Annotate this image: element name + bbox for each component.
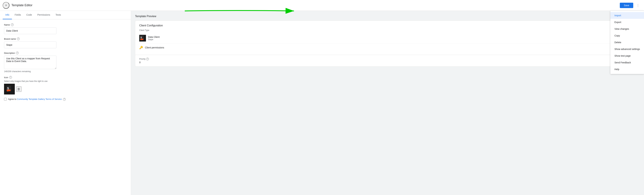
dropdown-show-test[interactable]: Show test page xyxy=(610,53,644,59)
brand-input[interactable] xyxy=(4,42,56,48)
tab-tests[interactable]: Tests xyxy=(53,11,64,19)
tab-info[interactable]: Info xyxy=(3,11,12,19)
more-options-button[interactable]: ⋮ xyxy=(634,2,641,9)
tos-link[interactable]: Community Template Gallery Terms of Serv… xyxy=(17,98,62,100)
client-icon: S xyxy=(139,35,146,42)
client-type-label: Client Type xyxy=(139,29,636,32)
icon-help-icon[interactable]: ? xyxy=(9,76,12,79)
topbar: × Template Editor Save ⋮ xyxy=(0,0,644,11)
tos-checkbox-row: Agree to Community Template Gallery Term… xyxy=(4,98,127,101)
tab-code[interactable]: Code xyxy=(24,11,34,19)
preview-card: Client Configuration Client Type S Dat xyxy=(135,21,640,67)
form-content: Name ? Brand name ? Description ? U xyxy=(0,19,131,195)
name-input[interactable] xyxy=(4,27,56,34)
topbar-right: Save ⋮ xyxy=(620,2,641,9)
icon-note: Select only images that you have the rig… xyxy=(4,80,127,82)
description-label: Description ? xyxy=(4,52,127,54)
priority-section: Priority ? 0 xyxy=(135,55,640,66)
dropdown-import[interactable]: Import xyxy=(610,12,644,19)
preview-card-header: Client Configuration Client Type S Dat xyxy=(135,21,640,55)
stape-logo-svg: S xyxy=(6,85,14,93)
app-title: Template Editor xyxy=(12,4,32,7)
delete-icon-button[interactable]: 🗑 xyxy=(16,86,22,92)
permissions-label: Client permissions xyxy=(145,46,164,49)
client-icon-svg: S xyxy=(139,35,146,42)
main-layout: Info Fields Code Permissions Tests Name … xyxy=(0,11,644,195)
tos-checkbox[interactable] xyxy=(4,98,7,101)
dropdown-help[interactable]: Help xyxy=(610,66,644,73)
close-icon: × xyxy=(5,3,7,7)
tabs-bar: Info Fields Code Permissions Tests xyxy=(0,11,131,19)
more-icon: ⋮ xyxy=(636,3,640,8)
description-textarea[interactable]: Use this Client as a mapper from Request… xyxy=(4,56,56,69)
description-help-icon[interactable]: ? xyxy=(16,52,19,54)
tos-label: Agree to Community Template Gallery Term… xyxy=(8,98,66,101)
name-label: Name ? xyxy=(4,23,127,26)
name-help-icon[interactable]: ? xyxy=(11,23,14,26)
icon-label: Icon ? xyxy=(4,76,127,79)
dropdown-send-feedback[interactable]: Send Feedback xyxy=(610,59,644,66)
icon-preview: S 🗑 xyxy=(4,84,127,94)
key-icon: 🔑 xyxy=(139,46,143,49)
icon-image: S xyxy=(4,84,15,94)
close-button[interactable]: × xyxy=(3,2,10,9)
client-item-name: Data Client xyxy=(148,36,160,38)
card-title: Client Configuration xyxy=(139,24,636,27)
topbar-left: × Template Editor xyxy=(3,2,620,9)
permissions-item: 🔑 Client permissions xyxy=(139,44,636,51)
name-group: Name ? xyxy=(4,23,127,34)
tos-help-icon[interactable]: ? xyxy=(63,98,66,101)
left-panel: Info Fields Code Permissions Tests Name … xyxy=(0,11,131,195)
trash-icon: 🗑 xyxy=(17,87,20,91)
priority-help-icon[interactable]: ? xyxy=(146,58,149,60)
preview-title: Template Preview xyxy=(135,15,640,18)
dropdown-view-changes[interactable]: View changes xyxy=(610,26,644,32)
dropdown-delete[interactable]: Delete xyxy=(610,39,644,46)
client-item-brand: Stape xyxy=(148,38,160,41)
right-panel: Template Preview Client Configuration Cl… xyxy=(131,11,644,195)
brand-help-icon[interactable]: ? xyxy=(17,38,20,40)
priority-value: 0 xyxy=(139,61,636,64)
priority-label: Priority ? xyxy=(139,58,636,60)
dropdown-menu: Import Export View changes Copy Delete S… xyxy=(610,11,644,74)
svg-text:S: S xyxy=(7,87,9,90)
description-group: Description ? Use this Client as a mappe… xyxy=(4,52,127,73)
client-info: Data Client Stape xyxy=(148,36,160,41)
tab-permissions[interactable]: Permissions xyxy=(34,11,53,19)
brand-group: Brand name ? xyxy=(4,38,127,48)
client-item: S Data Client Stape xyxy=(139,33,636,44)
svg-text:S: S xyxy=(140,36,142,39)
dropdown-copy[interactable]: Copy xyxy=(610,32,644,39)
tab-fields[interactable]: Fields xyxy=(12,11,24,19)
brand-label: Brand name ? xyxy=(4,38,127,40)
icon-section: Icon ? Select only images that you have … xyxy=(4,76,127,94)
dropdown-show-advanced[interactable]: Show advanced settings xyxy=(610,46,644,53)
save-button[interactable]: Save xyxy=(620,3,633,8)
stape-logo: S xyxy=(4,84,15,94)
char-count: 140/200 characters remaining xyxy=(4,70,127,73)
dropdown-export[interactable]: Export xyxy=(610,19,644,26)
